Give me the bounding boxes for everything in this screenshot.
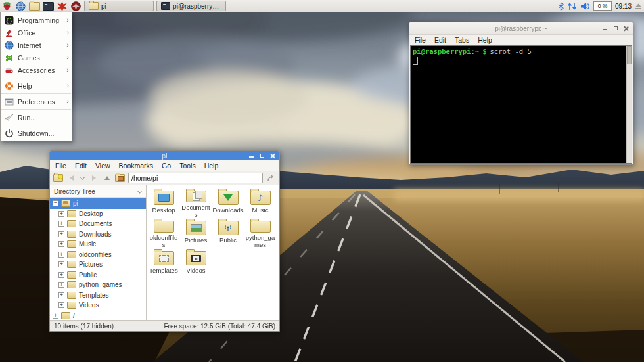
fm-menu-file[interactable]: File	[55, 162, 66, 170]
expander-icon[interactable]: +	[58, 261, 64, 267]
documents-emblem-icon	[193, 192, 200, 201]
expander-icon[interactable]: +	[58, 292, 64, 298]
close-button[interactable]	[623, 26, 629, 32]
term-menu-help[interactable]: Help	[478, 36, 492, 44]
menu-item-accessories[interactable]: Accessories ›	[1, 64, 72, 76]
expander-icon[interactable]: +	[58, 231, 64, 237]
forward-icon[interactable]	[89, 173, 99, 183]
minimize-button[interactable]	[602, 26, 608, 32]
fm-menu-go[interactable]: Go	[162, 162, 171, 170]
menu-item-office[interactable]: Office ›	[1, 26, 72, 39]
submenu-arrow-icon: ›	[66, 98, 69, 105]
file-item-oldconffiles[interactable]: oldconffiles	[148, 218, 179, 248]
scrollbar-thumb[interactable]	[627, 46, 632, 64]
expander-icon[interactable]: +	[58, 221, 64, 227]
menu-item-internet[interactable]: Internet ›	[1, 39, 72, 51]
submenu-arrow-icon: ›	[66, 66, 69, 74]
maximize-button[interactable]	[612, 26, 618, 32]
file-item-documents[interactable]: Documents	[180, 188, 212, 218]
eject-icon[interactable]	[635, 3, 642, 10]
cpu-monitor[interactable]: 0 %	[593, 1, 612, 11]
side-pane-mode-select[interactable]: Directory Tree	[50, 185, 146, 198]
folder-icon	[67, 231, 76, 238]
browser-launcher[interactable]	[14, 1, 28, 12]
bluetooth-icon[interactable]	[558, 2, 564, 11]
file-item-public[interactable]: Public	[212, 218, 244, 248]
expander-icon[interactable]: +	[58, 252, 64, 258]
file-manager-titlebar[interactable]: pi	[50, 151, 279, 160]
tree-item-public[interactable]: + Public	[50, 270, 146, 281]
terminal-icon	[43, 2, 54, 11]
menu-item-preferences[interactable]: Preferences ›	[1, 95, 72, 108]
file-item-videos[interactable]: Videos	[180, 248, 212, 279]
maximize-button[interactable]	[259, 153, 265, 159]
expander-icon[interactable]: +	[58, 282, 64, 288]
menu-button[interactable]	[0, 1, 14, 12]
tree-item-templates[interactable]: + Templates	[50, 290, 146, 301]
pictures-emblem-icon	[191, 224, 202, 232]
back-icon[interactable]	[66, 173, 76, 183]
fm-menu-bookmarks[interactable]: Bookmarks	[119, 162, 154, 170]
menu-item-programming[interactable]: {} Programming ›	[1, 14, 72, 26]
address-bar[interactable]	[128, 173, 263, 183]
tree-item-documents[interactable]: + Documents	[50, 219, 146, 229]
minimize-button[interactable]	[248, 153, 254, 159]
expander-icon[interactable]: +	[53, 313, 58, 319]
expander-icon[interactable]: +	[58, 241, 64, 247]
up-icon[interactable]	[102, 173, 112, 183]
mathematica-launcher[interactable]	[55, 1, 69, 12]
filemanager-launcher[interactable]	[28, 1, 41, 12]
file-item-python-games[interactable]: python_games	[244, 218, 276, 248]
terminal-launcher[interactable]	[41, 1, 55, 12]
fm-menu-edit[interactable]: Edit	[75, 162, 87, 170]
new-tab-icon[interactable]	[53, 173, 63, 183]
network-arrows-icon[interactable]	[567, 2, 577, 11]
tree-item-python-games[interactable]: + python_games	[50, 280, 146, 290]
clock[interactable]: 09:13	[615, 3, 632, 10]
history-dropdown-icon[interactable]	[80, 173, 85, 183]
wolfram-launcher[interactable]	[69, 1, 83, 12]
tree-item-downloads[interactable]: + Downloads	[50, 229, 146, 240]
term-menu-file[interactable]: File	[415, 36, 426, 44]
expander-icon[interactable]: −	[53, 200, 58, 206]
close-button[interactable]	[269, 153, 275, 159]
terminal-titlebar[interactable]: pi@raspberrypi: ~	[409, 22, 633, 35]
file-item-music[interactable]: ♪ Music	[244, 188, 276, 218]
expander-icon[interactable]: +	[58, 302, 64, 308]
file-item-templates[interactable]: Templates	[148, 248, 179, 279]
fm-menu-view[interactable]: View	[95, 162, 110, 170]
file-item-pictures[interactable]: Pictures	[180, 218, 212, 248]
file-item-desktop[interactable]: Desktop	[148, 188, 179, 218]
volume-icon[interactable]	[580, 2, 590, 11]
menu-item-games[interactable]: Games ›	[1, 51, 72, 64]
tree-item-desktop[interactable]: + Desktop	[50, 209, 146, 219]
home-icon[interactable]	[115, 173, 125, 183]
help-icon	[4, 81, 14, 91]
tree-item-pictures[interactable]: + Pictures	[50, 260, 146, 270]
folder-icon	[186, 221, 206, 235]
desktop-emblem-icon	[158, 194, 170, 202]
menu-item-run[interactable]: Run...	[1, 111, 72, 124]
tree-item-videos[interactable]: + Videos	[50, 300, 146, 311]
expander-icon[interactable]: +	[58, 272, 64, 278]
tree-item-music[interactable]: + Music	[50, 239, 146, 250]
taskbar-window-terminal[interactable]: pi@raspberrypi: ~	[156, 1, 226, 11]
go-jump-icon[interactable]	[266, 173, 276, 183]
terminal-screen[interactable]: pi@raspberrypi:~$scrot -d 5	[410, 45, 632, 164]
expander-icon[interactable]: +	[58, 211, 64, 217]
menu-item-help[interactable]: Help ›	[1, 79, 72, 92]
fm-menu-tools[interactable]: Tools	[179, 162, 196, 170]
menu-item-shutdown[interactable]: Shutdown...	[1, 127, 72, 139]
tree-item-pi[interactable]: − pi	[50, 198, 146, 209]
tree-item-oldconffiles[interactable]: + oldconffiles	[50, 250, 146, 260]
term-menu-tabs[interactable]: Tabs	[455, 36, 469, 44]
folder-icon	[67, 281, 76, 288]
fm-menu-help[interactable]: Help	[204, 162, 219, 170]
tree-item-root[interactable]: + /	[50, 311, 146, 321]
folder-icon	[186, 251, 206, 265]
taskbar-window-filemanager[interactable]: pi	[84, 1, 154, 11]
file-item-downloads[interactable]: Downloads	[212, 188, 244, 218]
globe-icon	[16, 1, 26, 11]
term-menu-edit[interactable]: Edit	[434, 36, 446, 44]
terminal-scrollbar[interactable]	[626, 46, 632, 163]
